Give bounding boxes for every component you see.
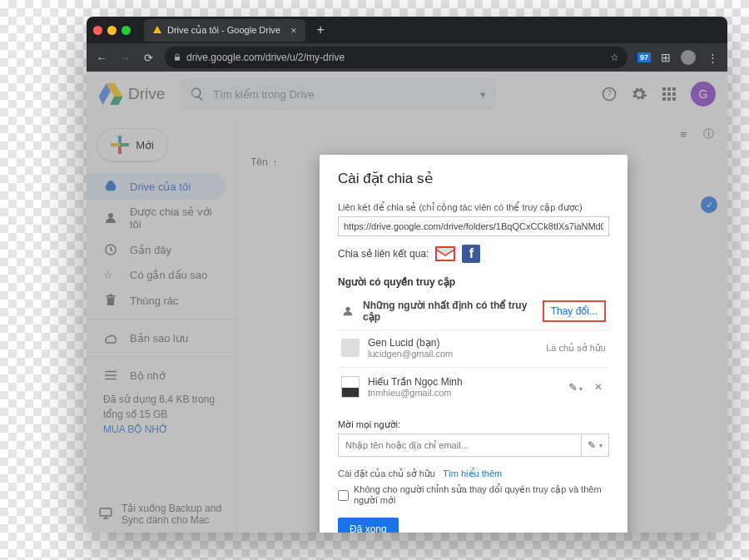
share-via-label: Chia sẻ liên kết qua:	[338, 248, 429, 260]
share-link-input[interactable]	[338, 216, 609, 236]
learn-more-link[interactable]: Tìm hiểu thêm	[443, 468, 502, 478]
invite-label: Mời mọi người:	[338, 419, 609, 430]
profile-avatar[interactable]	[681, 50, 696, 65]
user-name: Gen Lucid (bạn)	[368, 337, 538, 349]
url-bar: ← → ⟳ drive.google.com/drive/u/2/my-driv…	[87, 43, 727, 72]
invite-input[interactable]	[338, 434, 581, 457]
dialog-title: Cài đặt chia sẻ	[338, 170, 609, 187]
done-button[interactable]: Đã xong	[338, 518, 399, 533]
drive-favicon-icon	[152, 25, 162, 35]
browser-tab[interactable]: Drive của tôi - Google Drive ×	[144, 19, 305, 42]
tab-title: Drive của tôi - Google Drive	[167, 25, 280, 36]
tab-close-icon[interactable]: ×	[290, 24, 297, 37]
user-name: Hiếu Trần Ngọc Minh	[368, 376, 560, 388]
window-minimize-icon[interactable]	[107, 26, 117, 35]
user-email: lucidgen@gmail.com	[368, 349, 538, 359]
reload-button[interactable]: ⟳	[141, 52, 155, 64]
back-button[interactable]: ←	[95, 52, 108, 64]
window-close-icon[interactable]	[93, 26, 102, 35]
gmail-icon[interactable]	[435, 246, 455, 261]
link-label: Liên kết để chia sẻ (chỉ cộng tác viên c…	[338, 202, 609, 213]
user-email: tnmhieu@gmail.com	[368, 388, 560, 398]
restrict-label: Không cho người chỉnh sửa thay đổi quyền…	[354, 484, 609, 506]
edit-permission-button[interactable]: ✎▾	[568, 381, 583, 394]
browser-window: Drive của tôi - Google Drive × + ← → ⟳ d…	[87, 17, 727, 533]
change-access-button[interactable]: Thay đổi...	[543, 300, 606, 322]
extension-badge[interactable]: 97	[637, 52, 651, 62]
invite-permission-button[interactable]: ✎▾	[581, 434, 609, 457]
remove-user-button[interactable]: ✕	[591, 381, 606, 393]
svg-marker-0	[153, 26, 161, 33]
url-text: drive.google.com/drive/u/2/my-drive	[186, 52, 345, 63]
user-avatar	[341, 376, 360, 398]
star-icon[interactable]: ☆	[610, 52, 619, 63]
access-header: Người có quyền truy cập	[338, 276, 609, 288]
menu-icon[interactable]: ⋮	[706, 52, 719, 64]
tab-bar: Drive của tôi - Google Drive × +	[87, 17, 727, 43]
facebook-icon[interactable]: f	[462, 245, 480, 263]
window-maximize-icon[interactable]	[122, 26, 131, 35]
people-outline-icon	[341, 305, 355, 318]
new-tab-button[interactable]: +	[317, 22, 325, 37]
forward-button[interactable]: →	[118, 52, 131, 64]
share-dialog: Cài đặt chia sẻ Liên kết để chia sẻ (chỉ…	[320, 155, 627, 533]
restrict-checkbox-row[interactable]: Không cho người chỉnh sửa thay đổi quyền…	[338, 484, 609, 506]
lock-icon	[173, 53, 181, 62]
address-bar[interactable]: drive.google.com/drive/u/2/my-drive ☆	[165, 47, 627, 68]
owner-role: Là chủ sở hữu	[546, 343, 606, 354]
restrict-checkbox[interactable]	[338, 490, 349, 501]
access-description: Những người nhất định có thể truy cập	[363, 300, 534, 323]
user-avatar	[341, 339, 360, 357]
owner-settings-label: Cài đặt của chủ sở hữu	[338, 468, 435, 478]
drive-app: Drive Tìm kiếm trong Drive ▾ ? G Mới	[87, 72, 727, 533]
extension-icon[interactable]: ⊞	[661, 51, 671, 64]
